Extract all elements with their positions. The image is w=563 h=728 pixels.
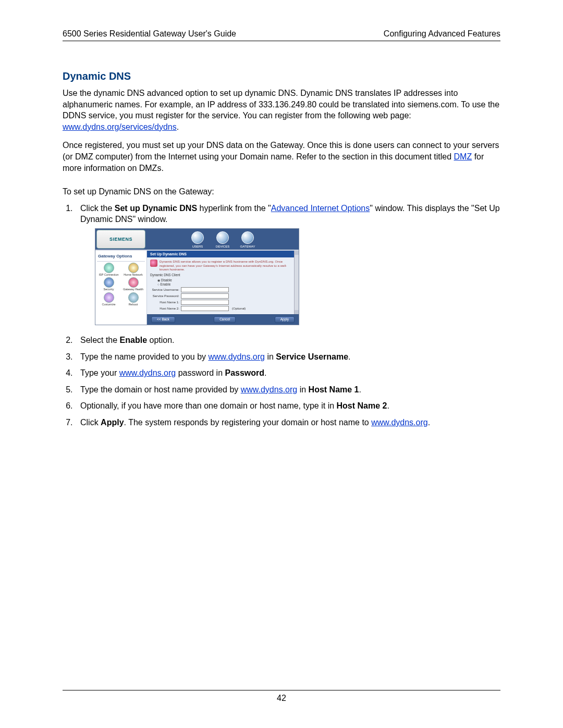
link-dydns-3[interactable]: www.dydns.org [241, 385, 298, 394]
globe-icon [104, 263, 114, 273]
step-2: Select the Enable option. [75, 335, 500, 346]
document-page: 6500 Series Residential Gateway User's G… [0, 0, 563, 728]
shot-sidebar: Gateway Options ISP Connection Home Netw… [95, 251, 147, 325]
back-button[interactable]: << Back [151, 316, 175, 323]
radio-disable[interactable]: ◉ Disable [150, 278, 296, 282]
siemens-logo: SIEMENS [96, 230, 145, 249]
section-title: Dynamic DNS [63, 70, 500, 82]
sidebar-item-health[interactable]: Gateway Health [121, 277, 145, 291]
reboot-icon [128, 292, 139, 303]
sidebar-item-home[interactable]: Home Network [121, 263, 145, 277]
paragraph-1: Use the dynamic DNS advanced option to s… [63, 88, 500, 132]
tab-devices[interactable]: DEVICES [212, 231, 233, 249]
label-host2: Host Name 2: [150, 306, 179, 311]
header-left: 6500 Series Residential Gateway User's G… [63, 29, 236, 39]
health-icon [128, 277, 139, 288]
link-dydns-services[interactable]: www.dydns.org/services/dydns [63, 122, 177, 131]
paragraph-2: Once registered, you must set up your DN… [63, 140, 500, 174]
button-bar: << Back Cancel Apply [147, 314, 299, 325]
link-dydns-4[interactable]: www.dydns.org [371, 418, 428, 427]
devices-icon [216, 231, 229, 244]
apply-button[interactable]: Apply [275, 316, 295, 323]
shot-body: Gateway Options ISP Connection Home Netw… [95, 250, 299, 325]
sidebar-title: Gateway Options [97, 252, 145, 262]
tab-users[interactable]: USERS [187, 231, 208, 249]
lock-icon [104, 277, 114, 288]
input-host1[interactable] [181, 300, 229, 305]
page-header: 6500 Series Residential Gateway User's G… [63, 29, 500, 41]
step-7: Click Apply. The system responds by regi… [75, 417, 500, 428]
shot-main: Set Up Dynamic DNS Dynamic DNS service a… [147, 251, 299, 325]
input-username[interactable] [181, 287, 229, 292]
step-6: Optionally, if you have more than one do… [75, 400, 500, 412]
shot-tabs: USERS DEVICES GATEWAY [146, 229, 299, 250]
palette-icon [104, 292, 114, 303]
page-number: 42 [277, 694, 286, 702]
sidebar-item-isp[interactable]: ISP Connection [97, 263, 120, 277]
link-advanced-internet-options[interactable]: Advanced Internet Options [271, 204, 370, 213]
gateway-icon [241, 231, 254, 244]
steps-intro: To set up Dynamic DNS on the Gateway: [63, 186, 500, 198]
scrollbar[interactable] [294, 251, 299, 314]
users-icon [191, 231, 204, 244]
radio-enable[interactable]: ○ Enable [150, 282, 296, 287]
label-password: Service Password: [150, 294, 179, 298]
optional-label: (Optional) [232, 306, 246, 311]
ddns-icon [150, 260, 157, 267]
label-username: Service Username: [150, 288, 179, 292]
step-5: Type the domain or host name provided by… [75, 384, 500, 396]
embedded-screenshot: SIEMENS USERS DEVICES GATEWAY Gateway Op… [95, 228, 299, 325]
shot-topbar: SIEMENS USERS DEVICES GATEWAY [95, 229, 299, 250]
panel-description: Dynamic DNS service allows you to regist… [147, 257, 299, 272]
link-dydns-2[interactable]: www.dydns.org [119, 368, 176, 377]
sidebar-item-security[interactable]: Security [97, 277, 120, 291]
page-footer: 42 [63, 690, 500, 703]
header-right: Configuring Advanced Features [384, 29, 500, 39]
cancel-button[interactable]: Cancel [214, 316, 236, 323]
panel-title: Set Up Dynamic DNS [147, 251, 299, 257]
tab-gateway[interactable]: GATEWAY [237, 231, 258, 249]
step-1: Click the Set up Dynamic DNS hyperlink f… [75, 203, 500, 325]
ddns-form: Dynamic DNS Client ◉ Disable ○ Enable Se… [147, 273, 299, 315]
link-dmz[interactable]: DMZ [454, 152, 472, 161]
label-host1: Host Name 1: [150, 300, 179, 304]
home-icon [128, 263, 139, 273]
input-password[interactable] [181, 293, 229, 299]
step-3: Type the name provided to you by www.dyd… [75, 351, 500, 363]
sidebar-item-customize[interactable]: Customize [97, 292, 120, 306]
input-host2[interactable] [181, 306, 229, 311]
link-dydns-1[interactable]: www.dydns.org [208, 352, 265, 361]
form-group-title: Dynamic DNS Client [150, 273, 296, 278]
steps-list: Click the Set up Dynamic DNS hyperlink f… [75, 203, 500, 428]
sidebar-item-reboot[interactable]: Reboot [121, 292, 145, 306]
step-4: Type your www.dydns.org password in Pass… [75, 367, 500, 379]
